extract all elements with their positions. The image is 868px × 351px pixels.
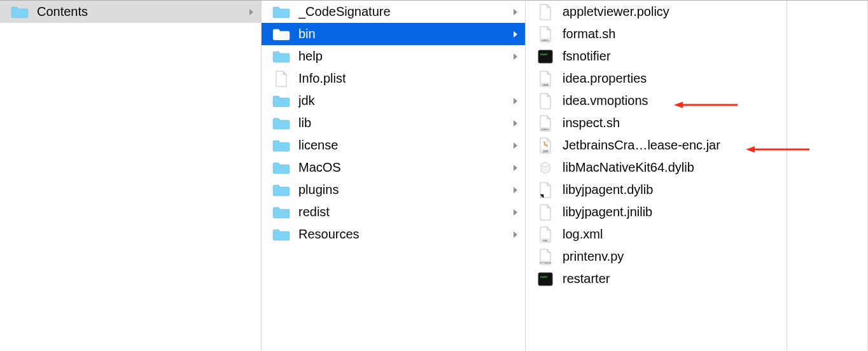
file-item[interactable]: libyjpagent.dylib — [526, 179, 787, 201]
file-icon: PYTHON — [536, 250, 555, 264]
folder-icon — [272, 50, 291, 64]
file-item[interactable]: SHELL inspect.sh — [526, 112, 787, 134]
folder-icon — [272, 27, 291, 41]
item-label: idea.properties — [563, 71, 647, 86]
file-item[interactable]: SHELL format.sh — [526, 23, 787, 45]
item-label: jdk — [298, 93, 315, 108]
svg-text:JAR: JAR — [543, 150, 549, 153]
column-3: appletviewer.policy SHELL format.sh exec… — [526, 1, 787, 351]
columns-container: Contents _CodeSignature bin help Info.pl… — [0, 1, 868, 351]
folder-item[interactable]: license — [262, 134, 525, 156]
folder-item[interactable]: Resources — [262, 223, 525, 245]
item-label: format.sh — [563, 27, 615, 41]
item-label: help — [298, 49, 323, 64]
column-1: Contents — [0, 1, 262, 351]
file-item[interactable]: libyjpagent.jnilib — [526, 201, 787, 223]
file-item[interactable]: XML log.xml — [526, 223, 787, 245]
item-label: MacOS — [298, 160, 341, 175]
file-item[interactable]: JAVA idea.properties — [526, 67, 787, 90]
item-label: _CodeSignature — [298, 4, 391, 19]
item-label: log.xml — [563, 227, 603, 242]
file-icon — [536, 205, 555, 219]
svg-text:JAVA: JAVA — [542, 83, 549, 86]
folder-icon — [272, 161, 291, 175]
column-4-preview — [787, 1, 868, 351]
chevron-right-icon — [512, 97, 519, 105]
item-label: bin — [298, 27, 316, 41]
item-label: libyjpagent.jnilib — [563, 205, 652, 219]
chevron-right-icon — [512, 142, 519, 149]
chevron-right-icon — [512, 31, 519, 38]
folder-icon — [272, 228, 291, 242]
file-icon — [536, 161, 555, 175]
chevron-right-icon — [512, 186, 519, 194]
finder-column-view: Contents _CodeSignature bin help Info.pl… — [0, 0, 868, 351]
item-label: appletviewer.policy — [563, 4, 669, 19]
folder-icon — [272, 183, 291, 197]
file-icon: XML — [536, 228, 555, 242]
file-item[interactable]: exec restarter — [526, 268, 787, 290]
file-item[interactable]: PYTHON printenv.py — [526, 245, 787, 268]
folder-icon — [272, 139, 291, 153]
folder-item[interactable]: jdk — [262, 90, 525, 112]
file-icon: exec — [536, 272, 555, 286]
file-icon — [536, 94, 555, 108]
folder-icon — [272, 205, 291, 219]
chevron-right-icon — [512, 231, 519, 238]
chevron-right-icon — [248, 8, 255, 16]
svg-text:SHELL: SHELL — [541, 39, 550, 42]
folder-item[interactable]: MacOS — [262, 156, 525, 179]
chevron-right-icon — [512, 209, 519, 216]
item-label: printenv.py — [563, 249, 624, 264]
file-item[interactable]: idea.vmoptions — [526, 90, 787, 112]
column-2: _CodeSignature bin help Info.plist jdk l… — [262, 1, 526, 351]
file-item[interactable]: libMacNativeKit64.dylib — [526, 156, 787, 179]
item-label: plugins — [298, 182, 339, 197]
file-item[interactable]: Info.plist — [262, 67, 525, 90]
item-label: Contents — [37, 4, 88, 19]
item-label: inspect.sh — [563, 116, 620, 130]
folder-item[interactable]: help — [262, 45, 525, 67]
svg-text:exec: exec — [540, 275, 548, 279]
svg-text:XML: XML — [543, 239, 549, 242]
folder-item[interactable]: lib — [262, 112, 525, 134]
item-label: lib — [298, 116, 311, 130]
item-label: idea.vmoptions — [563, 93, 648, 108]
chevron-right-icon — [512, 8, 519, 16]
file-icon: SHELL — [536, 27, 555, 41]
folder-item[interactable]: redist — [262, 201, 525, 223]
folder-item[interactable]: bin — [262, 23, 525, 45]
file-icon: exec — [536, 50, 555, 64]
folder-item[interactable]: Contents — [0, 1, 261, 23]
folder-icon — [272, 94, 291, 108]
item-label: Info.plist — [298, 71, 346, 86]
file-item[interactable]: exec fsnotifier — [526, 45, 787, 67]
folder-icon — [272, 116, 291, 130]
item-label: Resources — [298, 227, 360, 242]
file-item[interactable]: JAR JetbrainsCra…lease-enc.jar — [526, 134, 787, 156]
folder-item[interactable]: plugins — [262, 179, 525, 201]
file-icon: SHELL — [536, 116, 555, 130]
file-icon: JAVA — [536, 72, 555, 86]
chevron-right-icon — [512, 53, 519, 60]
svg-text:SHELL: SHELL — [541, 128, 550, 131]
item-label: restarter — [563, 272, 610, 286]
item-label: JetbrainsCra…lease-enc.jar — [563, 138, 720, 153]
svg-text:exec: exec — [540, 52, 548, 56]
item-label: fsnotifier — [563, 49, 611, 64]
folder-icon — [10, 5, 29, 19]
item-label: license — [298, 138, 338, 153]
file-icon — [536, 183, 555, 197]
folder-item[interactable]: _CodeSignature — [262, 1, 525, 23]
file-icon — [536, 5, 555, 19]
folder-icon — [272, 5, 291, 19]
file-icon — [272, 72, 291, 86]
item-label: redist — [298, 205, 330, 219]
svg-text:PYTHON: PYTHON — [540, 261, 550, 265]
item-label: libyjpagent.dylib — [563, 182, 653, 197]
file-icon: JAR — [536, 139, 555, 153]
chevron-right-icon — [512, 164, 519, 172]
chevron-right-icon — [512, 120, 519, 127]
item-label: libMacNativeKit64.dylib — [563, 160, 694, 175]
file-item[interactable]: appletviewer.policy — [526, 1, 787, 23]
